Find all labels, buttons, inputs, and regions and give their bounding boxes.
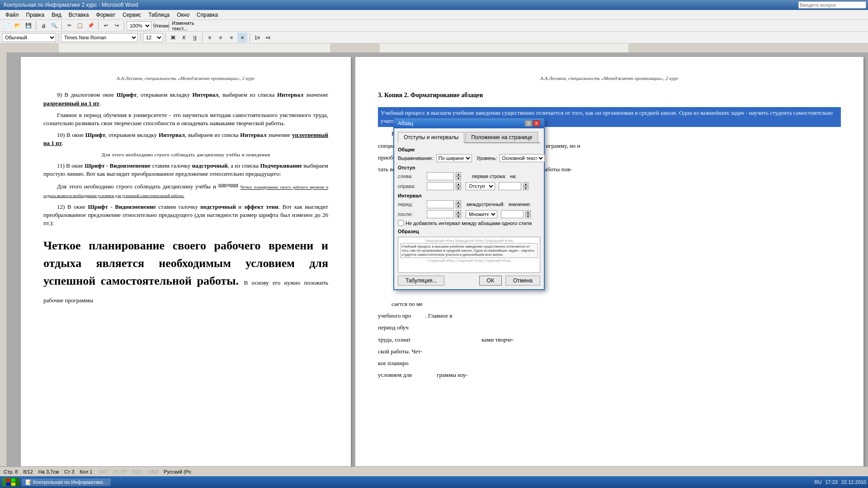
- menu-file[interactable]: Файл: [2, 11, 23, 19]
- menu-insert[interactable]: Вставка: [65, 11, 93, 19]
- status-col: Ст 3: [64, 469, 74, 474]
- spacing-value-up[interactable]: ▲: [525, 210, 531, 214]
- left-indent-input[interactable]: 0 см: [427, 172, 454, 180]
- left-indent-up[interactable]: ▲: [456, 172, 461, 176]
- spacing-value-input[interactable]: 1,25: [501, 210, 524, 218]
- open-button[interactable]: 📂: [13, 21, 23, 31]
- left-indent-label: слева:: [398, 174, 425, 179]
- sep-f5: [250, 33, 250, 42]
- new-button[interactable]: 📄: [2, 21, 12, 31]
- after-input[interactable]: 0 пт: [427, 210, 454, 218]
- italic-button[interactable]: К: [179, 33, 189, 42]
- tab-button[interactable]: Табуляция...: [398, 276, 444, 286]
- ok-button[interactable]: ОК: [479, 276, 502, 286]
- font-size-combo[interactable]: 12: [143, 33, 163, 42]
- line-spacing-combo[interactable]: Множитель: [466, 210, 497, 218]
- before-spin[interactable]: ▲ ▼: [456, 200, 461, 208]
- no-extra-space-checkbox[interactable]: [398, 220, 404, 226]
- before-up[interactable]: ▲: [456, 200, 461, 204]
- redo-button[interactable]: ↪: [112, 21, 122, 31]
- right-page-header: А.А.Лесиков, специальность «Менеджмент о…: [378, 75, 841, 82]
- shrift-label1: Шрифт: [117, 91, 137, 98]
- after-down[interactable]: ▼: [456, 214, 461, 218]
- dialog-close-button[interactable]: ✕: [533, 120, 540, 127]
- after-row: после: 0 пт ▲ ▼ Множитель 1,25 ▲ ▼: [398, 210, 540, 218]
- change-text-button[interactable]: Изменить текст...: [171, 21, 208, 31]
- save-button[interactable]: 💾: [24, 21, 33, 31]
- underline-button[interactable]: Ч: [190, 33, 200, 42]
- alignment-combo[interactable]: По ширине: [436, 154, 472, 162]
- cut-button[interactable]: ✂: [64, 21, 74, 31]
- help-search-input[interactable]: [798, 1, 866, 9]
- taskbar-time: 17:23: [825, 479, 838, 485]
- taskbar: 📝 Контрольная по Информатике... RU 17:23…: [0, 476, 868, 488]
- cancel-button[interactable]: Отмена: [505, 276, 540, 286]
- indent-on-up[interactable]: ▲: [523, 182, 528, 186]
- menu-window[interactable]: Окно: [173, 11, 193, 19]
- indent-on-input[interactable]: 0,75 см: [499, 182, 521, 190]
- menu-help[interactable]: Справка: [193, 11, 222, 19]
- paragraph-dialog: Абзац ? ✕ Отступы и интервалы Положение …: [393, 117, 545, 290]
- preview-button[interactable]: 🔍: [49, 21, 59, 31]
- start-button[interactable]: [2, 478, 20, 487]
- menu-tools[interactable]: Сервис: [119, 11, 145, 19]
- numbering-button[interactable]: 1≡: [252, 33, 262, 42]
- indent-on-spin[interactable]: ▲ ▼: [523, 182, 528, 190]
- font-name-combo[interactable]: Times New Roman: [61, 33, 138, 42]
- line-spacing-label: междустрочный:: [467, 202, 505, 207]
- vidoizm-label1: Видоизменение: [110, 162, 151, 169]
- read-button[interactable]: Чтение: [156, 21, 166, 31]
- dialog-tabs: Отступы и интервалы Положение на страниц…: [398, 132, 540, 143]
- menu-format[interactable]: Формат: [92, 11, 119, 19]
- right-indent-up[interactable]: ▲: [456, 182, 461, 186]
- para-transformed: Для этого необходимо строго соблюдать ди…: [43, 182, 328, 199]
- print-button[interactable]: 🖨: [38, 21, 48, 31]
- bullets-button[interactable]: •≡: [263, 33, 273, 42]
- after-up[interactable]: ▲: [456, 210, 461, 214]
- after-spin[interactable]: ▲ ▼: [456, 210, 461, 218]
- menu-table[interactable]: Таблица: [145, 11, 173, 19]
- first-line-label: первая строка:: [472, 174, 506, 179]
- tab-indent-spacing[interactable]: Отступы и интервалы: [398, 132, 464, 143]
- dialog-title: Абзац: [398, 120, 413, 127]
- style-combo[interactable]: Обычный: [2, 33, 56, 42]
- menu-view[interactable]: Вид: [48, 11, 65, 19]
- align-left-button[interactable]: ≡: [205, 33, 215, 42]
- nadstr-label: надстрочный: [192, 162, 228, 169]
- indent-on-down[interactable]: ▼: [523, 186, 528, 190]
- preview-prev-text: Предыдущий абзац Предыдущий абзац Предыд…: [400, 239, 538, 242]
- copy-button[interactable]: 📋: [75, 21, 85, 31]
- align-center-button[interactable]: ≡: [216, 33, 226, 42]
- windows-logo-icon: [6, 479, 15, 486]
- level-combo[interactable]: Основной текст: [500, 154, 545, 162]
- tab-page-position[interactable]: Положение на странице: [465, 132, 538, 142]
- undo-button[interactable]: ↩: [101, 21, 111, 31]
- bold-button[interactable]: Ж: [168, 33, 178, 42]
- spacing-value-down[interactable]: ▼: [525, 214, 531, 218]
- after-label: после:: [398, 211, 425, 217]
- taskbar-word-button[interactable]: 📝 Контрольная по Информатике...: [22, 479, 111, 486]
- alignment-label: Выравнивание:: [398, 155, 434, 161]
- right-indent-spin[interactable]: ▲ ▼: [456, 182, 461, 190]
- menu-edit[interactable]: Правка: [23, 11, 48, 19]
- align-justify-button[interactable]: ≡: [237, 33, 247, 42]
- right-indent-down[interactable]: ▼: [456, 186, 461, 190]
- before-input[interactable]: 0 пт: [427, 200, 454, 208]
- right-indent-input[interactable]: 0 см: [427, 182, 454, 190]
- left-indent-spin[interactable]: ▲ ▼: [456, 172, 461, 180]
- first-line-combo[interactable]: Отступ: [466, 182, 495, 190]
- menu-bar: Файл Правка Вид Вставка Формат Сервис Та…: [0, 10, 868, 20]
- before-down[interactable]: ▼: [456, 204, 461, 208]
- shrift-label2: Шрифт: [85, 131, 105, 138]
- status-row: Кол 1: [80, 469, 92, 474]
- paste-button[interactable]: 📌: [86, 21, 96, 31]
- status-page: Стр. 8: [4, 469, 18, 474]
- right-para-bottom7: условием дляуспешнойграммы изу-: [378, 371, 841, 379]
- title-bar-text: Контрольная по Информатике 2 курс - Micr…: [4, 2, 138, 8]
- spacing-value-spin[interactable]: ▲ ▼: [525, 210, 531, 218]
- align-right-button[interactable]: ≡: [226, 33, 236, 42]
- dialog-help-button[interactable]: ?: [525, 120, 532, 127]
- zoom-combo[interactable]: 100%: [127, 21, 151, 30]
- para-12: 12) В окне Шрифт - Видоизменение ставим …: [43, 203, 328, 228]
- left-indent-down[interactable]: ▼: [456, 176, 461, 180]
